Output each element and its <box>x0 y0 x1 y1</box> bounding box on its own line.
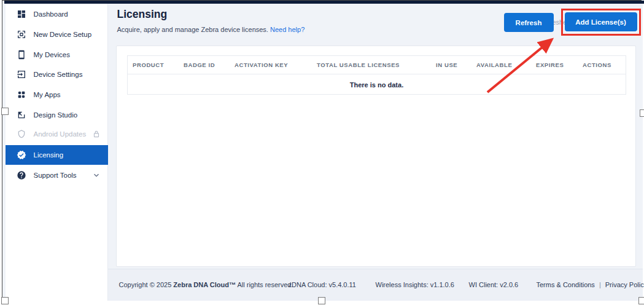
brand-name: Zebra DNA Cloud™ <box>173 281 236 288</box>
lock-icon <box>92 130 101 138</box>
sidebar-item-label: Device Settings <box>34 71 83 78</box>
app-top-navy-bar <box>4 1 644 4</box>
column-header-in-use: IN USE <box>436 61 457 68</box>
page-title: Licensing <box>117 8 168 21</box>
add-licenses-button[interactable]: Add License(s) <box>565 12 637 31</box>
column-header-actions: ACTIONS <box>583 61 611 68</box>
sidebar-item-my-devices[interactable]: My Devices <box>6 45 108 65</box>
column-header-total-usable-licenses: TOTAL USABLE LICENSES <box>317 61 400 68</box>
licenses-card: PRODUCT BADGE ID ACTIVATION KEY TOTAL US… <box>116 46 636 267</box>
device-settings-icon <box>17 69 27 80</box>
sidebar-item-device-settings[interactable]: Device Settings <box>6 65 108 84</box>
smartphone-icon <box>17 50 27 60</box>
footer-links: Terms & Conditions|Privacy Policy <box>537 281 644 288</box>
column-header-badge-id: BADGE ID <box>184 61 215 68</box>
column-header-expires: EXPIRES <box>536 61 564 68</box>
copyright-suffix: All rights reserved. <box>236 281 293 288</box>
shield-icon <box>17 129 27 140</box>
sidebar-item-my-apps[interactable]: My Apps <box>6 85 108 105</box>
sidebar-item-label: Licensing <box>34 151 64 159</box>
sidebar-item-new-device-setup[interactable]: New Device Setup <box>6 25 108 44</box>
sidebar-item-support-tools[interactable]: Support Tools <box>6 165 108 185</box>
sidebar-item-label: Dashboard <box>34 10 68 18</box>
sidebar-item-label: Support Tools <box>34 172 77 179</box>
sidebar-item-label: My Apps <box>34 91 61 98</box>
privacy-policy-link[interactable]: Privacy Policy <box>605 281 644 288</box>
column-header-product: PRODUCT <box>133 61 164 68</box>
table-header-row: PRODUCT BADGE ID ACTIVATION KEY TOTAL US… <box>128 56 626 74</box>
wi-client-version: WI Client: v2.0.6 <box>469 281 519 288</box>
sidebar-item-label: Design Studio <box>34 111 78 119</box>
wireless-insights-version: Wireless Insights: v1.1.0.6 <box>376 281 454 288</box>
page-subtitle: Acquire, apply and manage Zebra device l… <box>117 26 305 33</box>
need-help-link[interactable]: Need help? <box>270 26 305 33</box>
main-content: Licensing Acquire, apply and manage Zebr… <box>108 4 643 301</box>
empty-table-message: There is no data. <box>128 74 626 95</box>
resize-handle-bottom-left[interactable] <box>1 297 9 304</box>
sidebar-item-licensing[interactable]: Licensing <box>6 145 108 165</box>
column-header-activation-key: ACTIVATION KEY <box>235 61 288 68</box>
verified-badge-icon <box>17 150 27 160</box>
copyright-prefix: Copyright © 2025 <box>119 281 174 288</box>
qr-scan-icon <box>17 30 27 40</box>
sidebar-item-label: New Device Setup <box>34 31 92 38</box>
resize-handle-left[interactable] <box>1 108 9 115</box>
sidebar: Dashboard New Device Setup My Devices De… <box>6 4 108 301</box>
sidebar-item-label: Android Updates <box>34 130 87 138</box>
sidebar-item-android-updates: Android Updates <box>6 124 108 144</box>
design-cursor-icon <box>17 110 27 121</box>
apps-icon <box>17 90 27 100</box>
help-icon <box>17 170 27 181</box>
column-header-available: AVAILABLE <box>476 61 512 68</box>
terms-and-conditions-link[interactable]: Terms & Conditions <box>537 281 595 288</box>
footer: Copyright © 2025 Zebra DNA Cloud™ All ri… <box>108 269 643 301</box>
sidebar-item-label: My Devices <box>34 51 70 58</box>
chevron-down-icon <box>92 171 101 180</box>
sidebar-item-design-studio[interactable]: Design Studio <box>6 105 108 125</box>
resize-handle-bottom-center[interactable] <box>318 297 325 304</box>
copyright-text: Copyright © 2025 Zebra DNA Cloud™ All ri… <box>119 281 293 288</box>
zdna-cloud-version: zDNA Cloud: v5.4.0.11 <box>289 281 356 288</box>
resize-handle-right[interactable] <box>640 109 644 117</box>
screenshot-page: Dashboard New Device Setup My Devices De… <box>0 0 644 305</box>
dashboard-icon <box>17 9 27 20</box>
licenses-table: PRODUCT BADGE ID ACTIVATION KEY TOTAL US… <box>127 55 626 95</box>
image-frame: Dashboard New Device Setup My Devices De… <box>2 0 642 301</box>
sidebar-item-dashboard[interactable]: Dashboard <box>6 4 108 24</box>
refresh-button[interactable]: Refresh <box>504 13 554 32</box>
footer-links-separator: | <box>595 281 605 288</box>
resize-handle-bottom-right[interactable] <box>638 297 644 304</box>
subtitle-text: Acquire, apply and manage Zebra device l… <box>117 26 268 33</box>
